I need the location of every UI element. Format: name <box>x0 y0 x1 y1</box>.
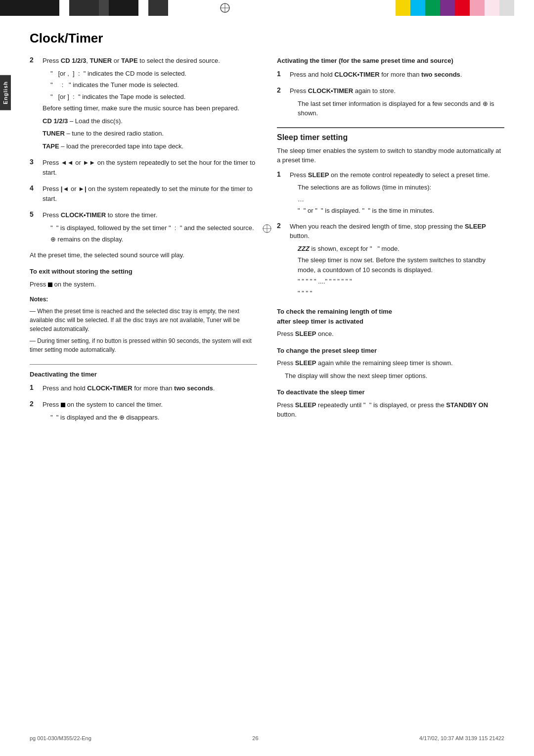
sleep-step-2: 2 When you reach the desired length of t… <box>277 222 504 300</box>
exit-text: Press on the system. <box>30 280 257 289</box>
activate-step-1: 1 Press and hold CLOCK•TIMER for more th… <box>277 70 504 83</box>
sleep-step-2-countdown2: " " " " <box>290 288 504 298</box>
step-5-note1: " " is displayed, followed by the set ti… <box>43 223 257 233</box>
activate-step-2-number: 2 <box>277 86 287 94</box>
step-5-content: Press CLOCK•TIMER to store the timer. " … <box>43 210 257 246</box>
sleep-step-1: 1 Press SLEEP on the remote control repe… <box>277 170 504 218</box>
band-cyan <box>410 0 425 16</box>
sleep-step-2-countdown: " " " " " ...." " " " " " " <box>290 277 504 286</box>
deactivate-step-2-content: Press on the system to cancel the timer.… <box>43 400 257 424</box>
activate-step-2-content: Press CLOCK•TIMER again to store. The la… <box>290 86 504 120</box>
step-5-note2: ⊕ remains on the display. <box>43 235 257 244</box>
sleep-step-2-text: When you reach the desired length of tim… <box>290 222 504 241</box>
step-5: 5 Press CLOCK•TIMER to store the timer. … <box>30 210 257 246</box>
right-column: Activating the timer (for the same prese… <box>277 56 504 428</box>
deactivate-section: Deactivating the timer 1 Press and hold … <box>30 364 257 424</box>
step-3-text: Press ◄◄ or ►► on the system repeatedly … <box>43 158 257 177</box>
step-5-text: Press CLOCK•TIMER to store the timer. <box>43 210 257 220</box>
deactivate-step-2: 2 Press on the system to cancel the time… <box>30 400 257 424</box>
band-segment-7 <box>148 0 168 16</box>
footer-left: pg 001-030/M355/22-Eng <box>30 735 91 741</box>
check-text: Press SLEEP once. <box>277 329 504 339</box>
sleep-timer-section: Sleep timer setting The sleep timer enab… <box>277 133 504 420</box>
step-3: 3 Press ◄◄ or ►► on the system repeatedl… <box>30 158 257 180</box>
step-3-content: Press ◄◄ or ►► on the system repeatedly … <box>43 158 257 180</box>
activating-heading: Activating the timer (for the same prese… <box>277 56 504 66</box>
step-5-number: 5 <box>30 210 40 218</box>
deactivate-step-1-number: 1 <box>30 383 40 391</box>
step-2: 2 Press CD 1/2/3, TUNER or TAPE to selec… <box>30 56 257 154</box>
band-lightpink <box>485 0 499 16</box>
activate-step-2: 2 Press CLOCK•TIMER again to store. The … <box>277 86 504 120</box>
deactivate-step-2-text: Press on the system to cancel the timer. <box>43 400 257 410</box>
section-divider-sleep <box>277 127 504 128</box>
band-purple <box>440 0 455 16</box>
step-2-text: Press CD 1/2/3, TUNER or TAPE to select … <box>43 56 257 66</box>
change-text: Press SLEEP again while the remaining sl… <box>277 358 504 368</box>
deactivate-sleep-text: Press SLEEP repeatedly until " " is disp… <box>277 400 504 420</box>
change-heading: To change the preset sleep timer <box>277 346 504 356</box>
page-container: English Clock/Timer 2 Press CD 1/2/3, TU… <box>0 16 534 448</box>
band-end <box>514 0 534 16</box>
band-red <box>455 0 470 16</box>
activate-step-1-number: 1 <box>277 70 287 78</box>
check-heading: To check the remaining length of timeaft… <box>277 307 504 326</box>
deactivate-step-1-text: Press and hold CLOCK•TIMER for more than… <box>43 383 257 393</box>
band-spacer <box>282 0 396 16</box>
note2: — During timer setting, if no button is … <box>30 336 257 354</box>
activate-step-2-note: The last set timer information is displa… <box>290 99 504 118</box>
sleep-step-2-content: When you reach the desired length of tim… <box>290 222 504 300</box>
deactivate-step-2-number: 2 <box>30 400 40 408</box>
band-segment-3 <box>69 0 99 16</box>
step-3-number: 3 <box>30 158 40 166</box>
sleep-step-1-note1: The selections are as follows (time in m… <box>290 183 504 192</box>
band-yellow <box>396 0 410 16</box>
step-2-note3: " [or ] : " indicates the Tape mode is s… <box>43 92 257 102</box>
deactivate-heading: Deactivating the timer <box>30 370 257 379</box>
notes-section: Notes: — When the preset time is reached… <box>30 295 257 354</box>
band-pink <box>470 0 485 16</box>
sleep-step-1-note3: " " or " " is displayed. " " is the time… <box>290 206 504 216</box>
deactivate-sleep-section: To deactivate the sleep timer Press SLEE… <box>277 387 504 420</box>
step-4: 4 Press |◄ or ►| on the system repeatedl… <box>30 184 257 206</box>
sleep-step-1-number: 1 <box>277 170 287 178</box>
footer: pg 001-030/M355/22-Eng 26 4/17/02, 10:37… <box>0 735 534 741</box>
footer-center: 26 <box>252 735 258 741</box>
band-segment-4 <box>99 0 109 16</box>
deactivate-step-2-note: " " is displayed and the ⊕ disappears. <box>43 413 257 423</box>
crosshair-area <box>168 0 282 16</box>
step-4-number: 4 <box>30 184 40 192</box>
stop-icon <box>48 283 52 287</box>
top-color-band <box>0 0 534 16</box>
sleep-step-1-note2: … <box>290 194 504 204</box>
sleep-intro: The sleep timer enables the system to sw… <box>277 146 504 165</box>
page-title: Clock/Timer <box>30 31 504 46</box>
deactivate-step-1-content: Press and hold CLOCK•TIMER for more than… <box>43 383 257 396</box>
change-section: To change the preset sleep timer Press S… <box>277 346 504 381</box>
exit-heading: To exit without storing the setting <box>30 267 257 277</box>
notes-heading: Notes: <box>30 295 257 304</box>
activate-step-2-text: Press CLOCK•TIMER again to store. <box>290 86 504 96</box>
band-gray <box>499 0 514 16</box>
step-2-tape: TAPE – load the prerecorded tape into ta… <box>43 142 257 151</box>
sleep-step-1-text: Press SLEEP on the remote control repeat… <box>290 170 504 180</box>
step-2-tuner: TUNER – tune to the desired radio statio… <box>43 129 257 139</box>
change-note: The display will show the next sleep tim… <box>277 371 504 381</box>
step-4-content: Press |◄ or ►| on the system repeatedly … <box>43 184 257 206</box>
two-column-layout: 2 Press CD 1/2/3, TUNER or TAPE to selec… <box>30 56 504 428</box>
step-2-number: 2 <box>30 56 40 64</box>
band-segment-2 <box>59 0 69 16</box>
preset-play-text: At the preset time, the selected sound s… <box>30 250 257 260</box>
sleep-step-2-note: The sleep timer is now set. Before the s… <box>290 255 504 275</box>
deactivate-step-1: 1 Press and hold CLOCK•TIMER for more th… <box>30 383 257 396</box>
sleep-step-2-zzz: ZZZ is shown, except for " " mode. <box>290 244 504 254</box>
left-column: 2 Press CD 1/2/3, TUNER or TAPE to selec… <box>30 56 257 428</box>
band-segment-5 <box>109 0 138 16</box>
step-2-note1: " [or , ] : " indicates the CD mode is s… <box>43 69 257 79</box>
zzz-icon: ZZZ <box>298 245 310 252</box>
note1: — When the preset time is reached and th… <box>30 307 257 333</box>
page-crosshair <box>262 224 272 235</box>
side-tab-english: English <box>0 75 11 110</box>
band-green <box>425 0 440 16</box>
step-2-content: Press CD 1/2/3, TUNER or TAPE to select … <box>43 56 257 154</box>
